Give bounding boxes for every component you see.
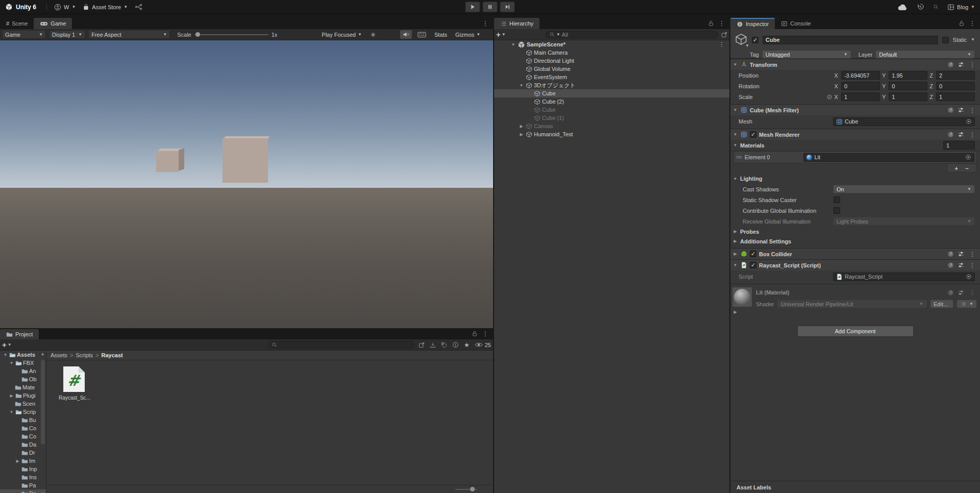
asset-store-menu[interactable]: Asset Store ▼ — [83, 4, 128, 11]
thumbnail-zoom-slider[interactable] — [455, 489, 477, 490]
hierarchy-row[interactable]: ▶Canvas — [494, 122, 729, 130]
position-y-field[interactable]: 1.95 — [889, 71, 927, 80]
presets-icon[interactable] — [958, 289, 964, 296]
mesh-filter-header[interactable]: ▼ Cube (Mesh Filter) ? ⋮ — [730, 104, 980, 115]
hierarchy-row[interactable]: EventSystem — [494, 73, 729, 81]
tree-row[interactable]: Ob — [0, 375, 46, 383]
foldout-icon[interactable]: ▼ — [732, 108, 738, 112]
tree-row[interactable]: Co — [0, 424, 46, 432]
import-icon[interactable] — [430, 342, 436, 348]
enabled-checkbox[interactable] — [750, 262, 756, 268]
panel-menu-icon[interactable]: ⋮ — [717, 20, 726, 27]
presets-icon[interactable] — [958, 131, 964, 138]
raycast-script-header[interactable]: ▼ # Raycast_Script (Script) ? ⋮ — [730, 259, 980, 270]
expand-window-icon[interactable] — [721, 32, 727, 38]
stats-button[interactable]: Stats — [432, 30, 450, 39]
script-object-field[interactable]: # Raycast_Script — [833, 273, 975, 281]
foldout-icon[interactable]: ▶ — [732, 252, 738, 256]
active-checkbox[interactable] — [752, 37, 758, 43]
presets-icon[interactable] — [958, 61, 964, 68]
help-icon[interactable]: ? — [947, 251, 954, 257]
aspect-dropdown[interactable]: Free Aspect ▼ — [88, 30, 170, 39]
constrain-proportions-icon[interactable] — [826, 94, 832, 100]
additional-settings-foldout[interactable]: ▶Additional Settings — [730, 236, 980, 246]
version-control-button[interactable] — [135, 4, 143, 10]
tree-row[interactable]: Da — [0, 440, 46, 449]
enabled-checkbox[interactable] — [750, 131, 756, 138]
hidden-count-toggle[interactable]: 25 — [475, 342, 491, 348]
gameobject-icon-button[interactable]: ▼ — [734, 33, 748, 47]
mesh-renderer-header[interactable]: ▼ Mesh Renderer ? ⋮ — [730, 129, 980, 140]
tree-row[interactable]: Bu — [0, 416, 46, 424]
label-filter-icon[interactable] — [441, 342, 447, 348]
rotation-z-field[interactable]: 0 — [936, 82, 975, 90]
mesh-object-field[interactable]: Cube — [833, 117, 975, 126]
tab-project[interactable]: Project — [0, 329, 39, 339]
favorites-star-icon[interactable]: ★ — [464, 341, 470, 349]
panel-menu-icon[interactable]: ⋮ — [968, 20, 977, 27]
tree-row[interactable]: Co — [0, 432, 46, 440]
add-material-button[interactable]: + — [954, 165, 958, 171]
hierarchy-search-input[interactable]: ▼ All — [546, 31, 718, 38]
tree-row[interactable]: Pa — [0, 481, 46, 489]
tab-game[interactable]: Game — [34, 18, 72, 29]
material-preview-thumbnail[interactable] — [732, 287, 752, 307]
breadcrumb-scripts[interactable]: Scripts — [76, 352, 93, 358]
component-menu-icon[interactable]: ⋮ — [968, 262, 977, 269]
hierarchy-row[interactable]: Directional Light — [494, 57, 729, 65]
panel-menu-icon[interactable]: ⋮ — [481, 330, 490, 337]
tree-row[interactable]: An — [0, 367, 46, 375]
cloud-icon[interactable] — [898, 4, 908, 11]
hierarchy-row[interactable]: Cube (2) — [494, 97, 729, 106]
tree-scrollbar[interactable] — [41, 360, 45, 445]
lock-icon[interactable] — [708, 20, 714, 27]
lock-icon[interactable] — [472, 331, 478, 337]
component-menu-icon[interactable]: ⋮ — [968, 289, 977, 296]
help-icon[interactable]: ? — [947, 289, 954, 296]
breadcrumb-assets[interactable]: Assets — [51, 352, 67, 358]
keyboard-grid-icon[interactable] — [415, 30, 429, 39]
tab-inspector[interactable]: Inspector — [730, 18, 775, 29]
name-field[interactable]: Cube — [763, 36, 938, 44]
cast-shadows-dropdown[interactable]: On▼ — [833, 185, 975, 193]
history-icon[interactable] — [917, 3, 924, 11]
shader-dropdown[interactable]: Universal Render Pipeline/Lit▼ — [777, 300, 927, 308]
tab-hierarchy[interactable]: Hierarchy — [494, 18, 540, 29]
help-icon[interactable]: ? — [947, 107, 954, 113]
tree-row[interactable]: Mate — [0, 383, 46, 391]
shader-edit-button[interactable]: Edit... — [930, 300, 953, 308]
hierarchy-row[interactable]: ▼3Dオブジェクト — [494, 81, 729, 89]
create-object-button[interactable]: + ▼ — [496, 30, 506, 39]
asset-grid[interactable]: # Raycast_Sc... — [46, 360, 493, 485]
scene-options-icon[interactable]: ⋮ — [717, 41, 726, 48]
foldout-icon[interactable]: ▼ — [732, 62, 738, 67]
scale-x-field[interactable]: 1 — [841, 92, 880, 101]
position-z-field[interactable]: 2 — [936, 71, 975, 80]
hierarchy-row[interactable]: Global Volume — [494, 65, 729, 73]
hierarchy-row[interactable]: Cube — [494, 106, 729, 114]
tab-scene[interactable]: # Scene — [0, 18, 34, 29]
rotation-x-field[interactable]: 0 — [841, 82, 880, 90]
drag-handle-icon[interactable]: == — [736, 154, 742, 160]
position-x-field[interactable]: -3.694057 — [841, 71, 880, 80]
tree-row[interactable]: ▼Assets — [0, 351, 46, 359]
game-view-dropdown[interactable]: Game ▼ — [2, 30, 46, 39]
presets-icon[interactable] — [958, 251, 964, 257]
layout-dropdown[interactable]: Blog ▼ — [947, 4, 975, 11]
presets-icon[interactable] — [958, 107, 964, 113]
material-list-view-dropdown[interactable]: ▼ — [957, 300, 977, 308]
tab-console[interactable]: Console — [775, 18, 817, 29]
hierarchy-row[interactable]: Main Camera — [494, 48, 729, 57]
material-foldout-icon[interactable]: ▶ — [732, 310, 738, 314]
tree-row[interactable]: Inp — [0, 465, 46, 473]
scale-y-field[interactable]: 1 — [889, 92, 927, 101]
scroll-up-icon[interactable]: ▲ — [40, 352, 45, 356]
account-menu[interactable]: W ▼ — [54, 4, 76, 11]
search-icon[interactable] — [933, 4, 939, 10]
lighting-foldout[interactable]: ▼Lighting — [730, 174, 980, 184]
scale-slider-thumb[interactable] — [195, 32, 200, 37]
tree-row[interactable]: ▼FBX — [0, 359, 46, 367]
help-icon[interactable]: ? — [947, 131, 954, 138]
hierarchy-row-selected[interactable]: Cube — [494, 89, 729, 97]
step-button[interactable] — [500, 2, 515, 12]
